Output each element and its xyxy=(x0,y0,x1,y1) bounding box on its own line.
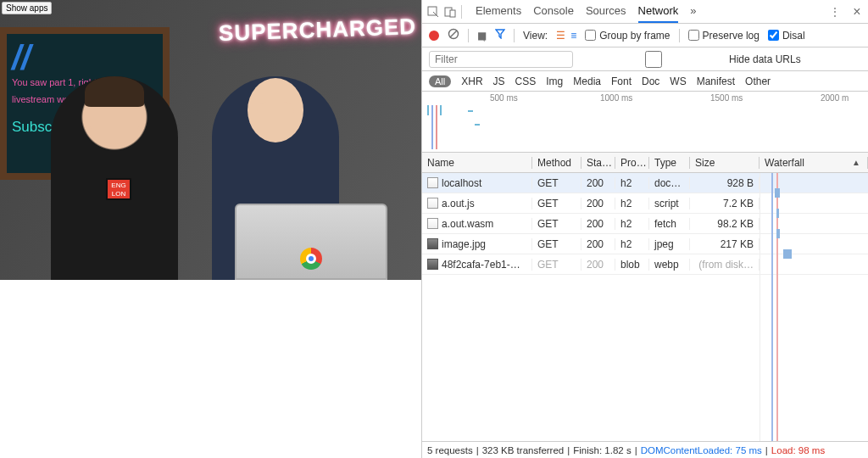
cell-type: webp xyxy=(649,259,690,271)
cell-status: 200 xyxy=(581,238,615,250)
file-icon xyxy=(427,198,438,209)
kebab-menu-icon[interactable]: ⋮ xyxy=(829,6,841,18)
cell-status: 200 xyxy=(581,177,615,189)
col-size[interactable]: Size xyxy=(690,157,760,169)
cell-status: 200 xyxy=(581,259,615,271)
cell-type: jpeg xyxy=(649,238,690,250)
cell-method: GET xyxy=(532,218,581,230)
network-table: Name Method Sta… Pro… Type Size Waterfal… xyxy=(422,153,868,441)
network-toolbar: ■ͅ View: ☰ ≡ Group by frame Preserve log… xyxy=(422,24,868,47)
col-name[interactable]: Name xyxy=(422,157,532,169)
page-content: Show apps // You saw part 1, right? live… xyxy=(0,0,421,458)
type-font[interactable]: Font xyxy=(611,75,632,87)
timeline-bar xyxy=(475,124,480,126)
laptop xyxy=(235,204,387,280)
cell-protocol: h2 xyxy=(615,238,649,250)
type-css[interactable]: CSS xyxy=(515,75,537,87)
dcl-line xyxy=(771,173,773,441)
type-img[interactable]: Img xyxy=(546,75,563,87)
view-large-icon[interactable]: ☰ xyxy=(556,30,565,42)
cell-name: a.out.js xyxy=(442,198,475,209)
group-by-frame-checkbox[interactable]: Group by frame xyxy=(585,30,670,42)
view-waterfall-icon[interactable]: ≡ xyxy=(570,30,576,42)
hide-data-urls-checkbox[interactable]: Hide data URLs xyxy=(581,51,801,68)
cell-name: 48f2cafa-7eb1-… xyxy=(442,259,520,271)
devtools-panel: Elements Console Sources Network » ⋮ × ■… xyxy=(421,0,868,458)
sort-arrow-icon: ▲ xyxy=(852,158,860,167)
timeline-tick: 2000 m xyxy=(821,93,849,103)
table-row[interactable]: image.jpgGET200h2jpeg217 KB xyxy=(422,234,868,254)
checkbox-label: Hide data URLs xyxy=(729,53,801,65)
checkbox-label: Group by frame xyxy=(599,30,670,42)
tabs-overflow[interactable]: » xyxy=(690,0,696,23)
cell-protocol: blob xyxy=(615,259,649,271)
hand xyxy=(257,102,294,139)
devtools-tabs: Elements Console Sources Network » ⋮ × xyxy=(422,0,868,24)
cell-type: fetch xyxy=(649,218,690,230)
filter-bar: Hide data URLs xyxy=(422,47,868,71)
tab-console[interactable]: Console xyxy=(533,0,574,23)
cell-method: GET xyxy=(532,238,581,250)
cell-size: 217 KB xyxy=(690,238,760,250)
svg-rect-2 xyxy=(450,10,455,17)
cell-name: a.out.wasm xyxy=(442,218,493,230)
cell-status: 200 xyxy=(581,218,615,230)
cell-name: localhost xyxy=(442,177,481,189)
type-xhr[interactable]: XHR xyxy=(461,75,482,87)
status-bar: 5 requests | 323 KB transferred | Finish… xyxy=(422,441,868,458)
cell-status: 200 xyxy=(581,198,615,209)
type-media[interactable]: Media xyxy=(573,75,601,87)
col-protocol[interactable]: Pro… xyxy=(615,157,649,169)
col-waterfall[interactable]: Waterfall▲ xyxy=(760,157,868,169)
type-ws[interactable]: WS xyxy=(670,75,686,87)
col-status[interactable]: Sta… xyxy=(581,157,615,169)
record-icon[interactable] xyxy=(429,31,439,41)
device-toggle-icon[interactable] xyxy=(444,6,456,18)
type-js[interactable]: JS xyxy=(493,75,505,87)
video-thumbnail: Show apps // You saw part 1, right? live… xyxy=(0,0,421,280)
neon-sign: SUPERCHARGED xyxy=(218,14,416,47)
type-other[interactable]: Other xyxy=(745,75,771,87)
col-type[interactable]: Type xyxy=(649,157,690,169)
preserve-log-checkbox[interactable]: Preserve log xyxy=(688,30,760,42)
tab-network[interactable]: Network xyxy=(638,0,679,23)
tab-elements[interactable]: Elements xyxy=(476,0,521,23)
col-waterfall-label: Waterfall xyxy=(765,157,804,169)
type-all[interactable]: All xyxy=(429,75,451,87)
disable-cache-checkbox[interactable]: Disal xyxy=(768,30,805,42)
timeline-tick: 1500 ms xyxy=(710,93,743,103)
view-label: View: xyxy=(523,30,548,42)
col-method[interactable]: Method xyxy=(532,157,581,169)
show-apps-button[interactable]: Show apps xyxy=(2,2,52,14)
filter-icon[interactable] xyxy=(495,29,505,42)
cell-type: doc… xyxy=(649,177,690,189)
tab-sources[interactable]: Sources xyxy=(586,0,626,23)
table-row[interactable]: a.out.jsGET200h2script7.2 KB xyxy=(422,193,868,214)
camera-icon[interactable]: ■ͅ xyxy=(477,30,487,42)
type-doc[interactable]: Doc xyxy=(642,75,659,87)
close-icon[interactable]: × xyxy=(851,6,863,18)
file-icon xyxy=(427,177,438,188)
table-row[interactable]: 48f2cafa-7eb1-…GET200blobwebp(from disk… xyxy=(422,254,868,275)
type-filter-row: All XHR JS CSS Img Media Font Doc WS Man… xyxy=(422,71,868,92)
cell-protocol: h2 xyxy=(615,198,649,209)
checkbox-label: Preserve log xyxy=(703,30,760,42)
type-manifest[interactable]: Manifest xyxy=(697,75,735,87)
file-icon xyxy=(427,259,438,270)
cell-protocol: h2 xyxy=(615,218,649,230)
table-row[interactable]: localhostGET200h2doc…928 B xyxy=(422,173,868,193)
timeline-overview[interactable]: 500 ms 1000 ms 1500 ms 2000 m xyxy=(422,92,868,153)
file-icon xyxy=(427,238,438,249)
cell-method: GET xyxy=(532,198,581,209)
person: ENG LON xyxy=(51,76,178,280)
file-icon xyxy=(427,218,438,229)
status-dcl: DOMContentLoaded: 75 ms xyxy=(641,445,762,455)
filter-input[interactable] xyxy=(429,51,573,68)
cell-method: GET xyxy=(532,177,581,189)
inspect-icon[interactable] xyxy=(427,6,439,18)
polymer-logo-icon: // xyxy=(12,39,158,77)
chrome-logo-icon xyxy=(300,248,322,270)
clear-icon[interactable] xyxy=(448,28,459,42)
table-row[interactable]: a.out.wasmGET200h2fetch98.2 KB xyxy=(422,214,868,234)
cell-size: (from disk… xyxy=(690,259,760,271)
